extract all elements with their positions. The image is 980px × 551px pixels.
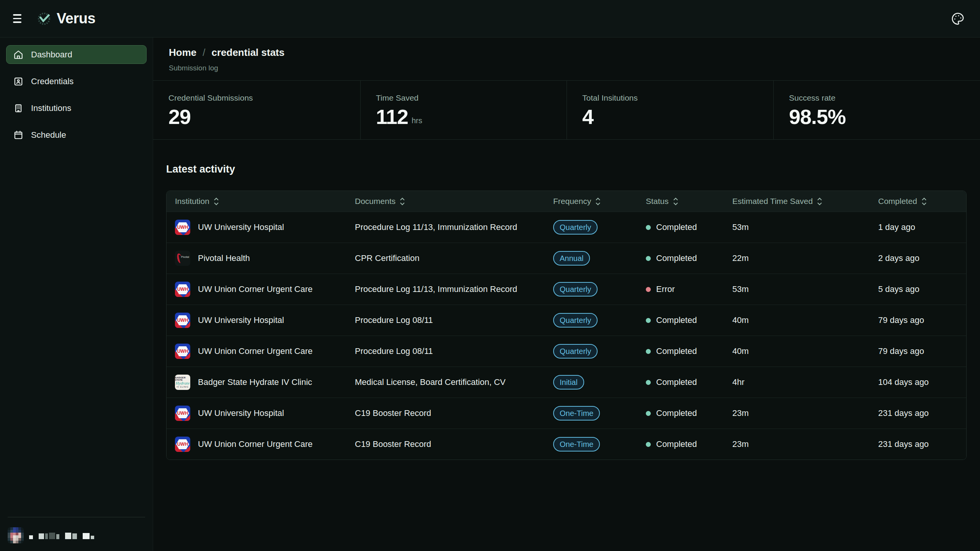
status-dot-icon [646,349,651,354]
table-row[interactable]: UWH UW University Hospital C19 Booster R… [167,398,966,429]
calendar-icon [13,130,23,140]
institution-name: UW Union Corner Urgent Care [198,284,313,294]
id-card-icon [13,77,23,86]
stat-value: 4 [582,106,593,127]
main-content: Home / credential stats Submission log C… [153,37,980,551]
theme-palette-icon[interactable] [949,10,967,28]
column-header[interactable]: Documents [355,197,553,206]
institution-name: Pivotal Health [198,253,250,263]
building-icon [13,103,23,113]
table-row[interactable]: BADGER STATEHydrateIV CLINIC Badger Stat… [167,367,966,398]
user-profile[interactable] [6,527,147,543]
topbar: Verus [0,0,980,37]
time-saved-cell: 22m [732,253,878,263]
sort-icon[interactable] [595,197,601,205]
section-title: Latest activity [166,163,980,175]
sort-icon[interactable] [921,197,927,205]
activity-table: Institution Documents Frequency Status [166,191,967,460]
divider [8,517,145,517]
time-saved-cell: 40m [732,346,878,356]
institution-cell: Pivotal Pivotal Health [175,251,355,266]
breadcrumb-home[interactable]: Home [169,47,196,59]
status-dot-icon [646,318,651,323]
time-saved-cell: 53m [732,284,878,294]
column-header[interactable]: Estimated Time Saved [732,197,878,206]
page-subtitle: Submission log [169,64,980,72]
frequency-badge: Annual [553,251,590,266]
status-cell: Completed [646,408,732,418]
sidebar-item-schedule[interactable]: Schedule [6,126,147,144]
time-saved-cell: 23m [732,439,878,449]
institution-logo-icon: Pivotal [175,251,190,266]
status-dot-icon [646,225,651,230]
status-text: Completed [656,439,697,449]
institution-logo-icon: UWH [175,344,190,359]
sort-icon[interactable] [673,197,678,205]
breadcrumb-separator: / [203,47,205,59]
stat-value: 29 [168,106,191,127]
column-label: Estimated Time Saved [732,197,813,206]
documents-cell: Procedure Log 08/11 [355,315,553,325]
menu-icon[interactable] [13,11,28,26]
institution-cell: BADGER STATEHydrateIV CLINIC Badger Stat… [175,375,355,390]
frequency-badge: Quarterly [553,220,598,235]
table-row[interactable]: UWH UW Union Corner Urgent Care C19 Boos… [167,429,966,460]
sidebar-item-label: Institutions [31,103,71,113]
table-row[interactable]: UWH UW University Hospital Procedure Log… [167,212,966,243]
sidebar-item-credentials[interactable]: Credentials [6,72,147,91]
time-saved-cell: 23m [732,408,878,418]
sidebar-item-dashboard[interactable]: Dashboard [6,45,147,64]
status-dot-icon [646,256,651,261]
status-text: Completed [656,346,697,356]
completed-cell: 231 days ago [878,439,958,449]
stat-value: 98.5% [789,106,846,127]
sort-icon[interactable] [817,197,822,205]
column-header[interactable]: Status [646,197,732,206]
sort-icon[interactable] [214,197,219,205]
user-name-redacted [29,531,94,539]
table-row[interactable]: Pivotal Pivotal Health CPR Certification… [167,243,966,274]
institution-name: UW Union Corner Urgent Care [198,346,313,356]
status-cell: Completed [646,377,732,387]
table-row[interactable]: UWH UW University Hospital Procedure Log… [167,305,966,336]
frequency-cell: Initial [553,375,646,390]
documents-cell: Procedure Log 11/13, Immunization Record [355,284,553,294]
documents-cell: Procedure Log 08/11 [355,346,553,356]
column-header[interactable]: Frequency [553,197,646,206]
avatar [8,527,24,543]
column-label: Documents [355,197,395,206]
stat-suffix: hrs [412,116,422,127]
institution-logo-icon: UWH [175,406,190,421]
column-header[interactable]: Institution [175,197,355,206]
table-body: UWH UW University Hospital Procedure Log… [167,212,966,460]
status-dot-icon [646,380,651,385]
stat-label: Time Saved [376,93,567,103]
breadcrumb-current: credential stats [211,47,284,59]
home-icon [13,50,23,60]
frequency-badge: Quarterly [553,282,598,297]
institution-cell: UWH UW Union Corner Urgent Care [175,282,355,297]
table-header: Institution Documents Frequency Status [167,191,966,212]
institution-cell: UWH UW University Hospital [175,313,355,328]
sidebar-item-label: Dashboard [31,50,72,60]
status-cell: Completed [646,315,732,325]
documents-cell: C19 Booster Record [355,408,553,418]
completed-cell: 231 days ago [878,408,958,418]
sort-icon[interactable] [400,197,405,205]
status-cell: Completed [646,222,732,232]
status-cell: Completed [646,346,732,356]
frequency-cell: Quarterly [553,220,646,235]
institution-name: UW University Hospital [198,222,284,232]
status-text: Error [656,284,675,294]
status-text: Completed [656,377,697,387]
stat-cell: Credential Submissions 29 [153,81,360,139]
table-row[interactable]: UWH UW Union Corner Urgent Care Procedur… [167,336,966,367]
time-saved-cell: 4hr [732,377,878,387]
status-dot-icon [646,287,651,292]
stat-cell: Time Saved 112 hrs [360,81,567,139]
completed-cell: 79 days ago [878,315,958,325]
institution-cell: UWH UW University Hospital [175,406,355,421]
column-header[interactable]: Completed [878,197,958,206]
sidebar-item-institutions[interactable]: Institutions [6,99,147,117]
table-row[interactable]: UWH UW Union Corner Urgent Care Procedur… [167,274,966,305]
